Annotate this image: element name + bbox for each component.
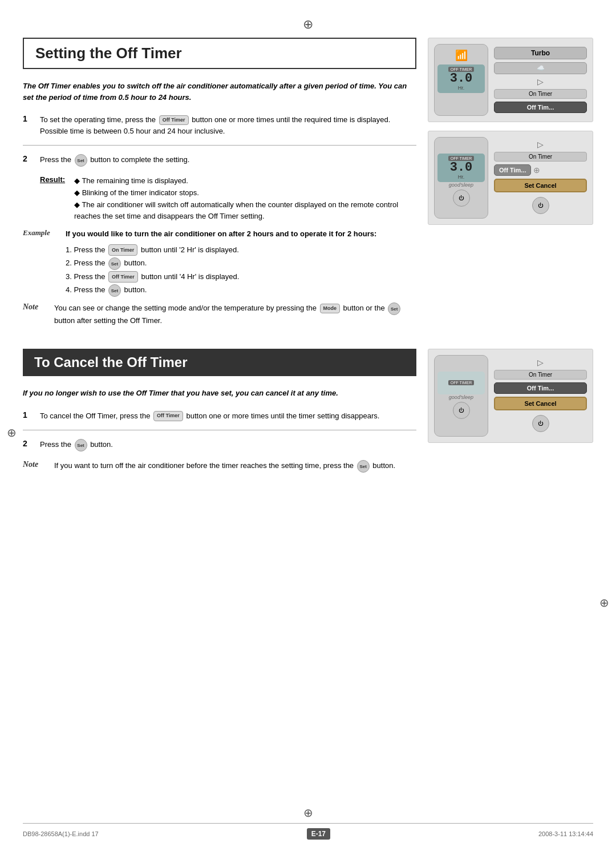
example-step-3: 3. Press the Off Timer button until '4 H… (66, 270, 376, 283)
set-btn-example-4[interactable]: Set (108, 284, 121, 297)
circle-btn-2[interactable]: ⏻ (453, 189, 470, 207)
circle-btn-right-3[interactable]: ⏻ (532, 415, 549, 432)
cancel-step-2-number: 2 (23, 439, 33, 448)
off-timer-label-3: OFF TIMER (448, 380, 475, 385)
note-content-2: If you want to turn off the air conditio… (54, 460, 395, 473)
off-timer-cancel-btn[interactable]: Off Timer (153, 411, 183, 421)
remote-hr-1: Hr. (458, 85, 465, 91)
set-cancel-btn[interactable]: Set (75, 439, 87, 451)
set-btn-cancel-note[interactable]: Set (357, 460, 370, 473)
example-bold-text: If you would like to turn the air condit… (66, 229, 376, 238)
good-sleep-label-2: good'sleep (449, 182, 473, 188)
bottom-compass-icon: ⊕ (303, 806, 313, 820)
circle-btn-right-2[interactable]: ⏻ (532, 197, 549, 214)
on-timer-btn-3[interactable]: On Timer (494, 370, 587, 380)
example-step-4: 4. Press the Set button. (66, 283, 376, 297)
note-label-2: Note (23, 460, 48, 469)
step-1-number: 1 (23, 114, 33, 123)
note-block-2: Note If you want to turn off the air con… (23, 460, 416, 473)
section-title-box: Setting the Off Timer (23, 38, 416, 69)
mode-btn-note[interactable]: Mode (320, 304, 341, 314)
set-cancel-btn-3[interactable]: Set Cancel (494, 397, 587, 410)
step-1-content: To set the operating time, press the Off… (40, 114, 416, 136)
section-setting: Setting the Off Timer The Off Timer enab… (23, 38, 593, 332)
page-footer: DB98-28658A(1)-E.indd 17 E-17 2008-3-11 … (23, 823, 593, 840)
page-title: Setting the Off Timer (35, 45, 404, 62)
result-block: Result: The remaining time is displayed.… (40, 175, 416, 223)
remote-left-1: 📶 OFF TIMER 3.0 Hr. (434, 44, 488, 116)
example-step-1: 1. Press the On Timer button until '2 Hr… (66, 243, 376, 256)
left-compass-icon: ⊕ (7, 426, 17, 439)
remote-display-1: OFF TIMER 3.0 Hr. (437, 64, 485, 93)
off-timer-btn-1[interactable]: Off Tim... (494, 102, 587, 113)
step-2-content: Press the Set button to complete the set… (40, 154, 416, 167)
footer-file: DB98-28658A(1)-E.indd 17 (23, 830, 99, 837)
plus-icon-2: ⊕ (533, 166, 540, 175)
off-timer-btn-example[interactable]: Off Timer (108, 271, 138, 283)
turbo-button-1[interactable]: Turbo (494, 47, 587, 59)
set-cancel-btn-2[interactable]: Set Cancel (494, 179, 587, 192)
remote-panel-2: OFF TIMER 3.0 Hr. good'sleep ⏻ ▷ On Time… (428, 131, 593, 225)
off-timer-button-inline[interactable]: Off Timer (159, 115, 189, 126)
example-label: Example (23, 228, 60, 237)
arrow-icon-3: ▷ (494, 358, 587, 367)
remote-display-2: OFF TIMER 3.0 Hr. (437, 154, 485, 182)
signal-icon-1: 📶 (455, 49, 468, 62)
set-btn-note[interactable]: Set (388, 303, 400, 315)
cancel-step-1-content: To cancel the Off Timer, press the Off T… (40, 410, 416, 422)
remote-hr-2: Hr. (458, 174, 465, 180)
right-images-section1: 📶 OFF TIMER 3.0 Hr. Turbo ☁️ ▷ On Timer … (428, 38, 593, 332)
cancel-step-1: 1 To cancel the Off Timer, press the Off… (23, 410, 416, 422)
note-content-1: You can see or change the setting mode a… (54, 303, 416, 326)
remote-panel-1: 📶 OFF TIMER 3.0 Hr. Turbo ☁️ ▷ On Timer … (428, 38, 593, 122)
remote-number-1: 3.0 (450, 72, 473, 85)
note-label-1: Note (23, 303, 48, 312)
mode-icon-btn-1[interactable]: ☁️ (494, 62, 587, 74)
cancel-step-1-number: 1 (23, 410, 33, 420)
note-block-1: Note You can see or change the setting m… (23, 303, 416, 326)
step-2-number: 2 (23, 154, 33, 163)
cancel-step-2: 2 Press the Set button. (23, 439, 416, 451)
footer-date: 2008-3-11 13:14:44 (538, 830, 593, 837)
remote-left-2: OFF TIMER 3.0 Hr. good'sleep ⏻ (434, 137, 488, 219)
good-sleep-label-3: good'sleep (449, 394, 473, 400)
cancel-step-2-content: Press the Set button. (40, 439, 416, 451)
remote-right-1: Turbo ☁️ ▷ On Timer Off Tim... (494, 44, 587, 116)
on-timer-btn-2[interactable]: On Timer (494, 152, 587, 162)
remote-right-3: ▷ On Timer Off Tim... Set Cancel ⏻ (494, 355, 587, 437)
result-item-1: The remaining time is displayed. (74, 175, 416, 187)
cancel-title: To Cancel the Off Timer (34, 354, 405, 370)
divider-1 (23, 145, 416, 146)
on-timer-btn-example[interactable]: On Timer (108, 244, 137, 256)
step-1: 1 To set the operating time, press the O… (23, 114, 416, 136)
set-button-inline[interactable]: Set (75, 154, 87, 167)
example-steps: 1. Press the On Timer button until '2 Hr… (66, 243, 376, 297)
result-items: The remaining time is displayed. Blinkin… (74, 175, 416, 223)
remote-left-3: OFF TIMER good'sleep ⏻ (434, 355, 488, 437)
result-label: Result: (40, 175, 68, 223)
divider-2 (23, 430, 416, 430)
off-timer-btn-2[interactable]: Off Tim... (494, 164, 531, 176)
on-timer-btn-1[interactable]: On Timer (494, 89, 587, 99)
right-images-section2: OFF TIMER good'sleep ⏻ ▷ On Timer Off Ti… (428, 349, 593, 478)
step-2: 2 Press the Set button to complete the s… (23, 154, 416, 167)
top-compass-icon: ⊕ (23, 17, 593, 32)
right-compass-icon: ⊕ (599, 596, 609, 610)
remote-panel-3: OFF TIMER good'sleep ⏻ ▷ On Timer Off Ti… (428, 349, 593, 443)
arrow-icon-2: ▷ (494, 140, 587, 149)
result-item-2: Blinking of the timer indicator stops. (74, 187, 416, 199)
example-step-2: 2. Press the Set button. (66, 256, 376, 270)
cancel-intro-text: If you no longer wish to use the Off Tim… (23, 388, 416, 399)
cancel-title-box: To Cancel the Off Timer (23, 349, 416, 376)
result-item-3: The air conditioner will switch off auto… (74, 199, 416, 223)
remote-number-2: 3.0 (450, 162, 473, 174)
circle-btn-3[interactable]: ⏻ (453, 402, 470, 419)
page-number: E-17 (307, 828, 330, 840)
arrow-icon-1: ▷ (494, 77, 587, 86)
off-timer-btn-3[interactable]: Off Tim... (494, 382, 587, 394)
left-content: Setting the Off Timer The Off Timer enab… (23, 38, 416, 332)
example-block: Example If you would like to turn the ai… (23, 228, 416, 296)
intro-text: The Off Timer enables you to switch off … (23, 80, 416, 103)
cancel-left-content: To Cancel the Off Timer If you no longer… (23, 349, 416, 478)
set-btn-example-2[interactable]: Set (108, 257, 121, 270)
